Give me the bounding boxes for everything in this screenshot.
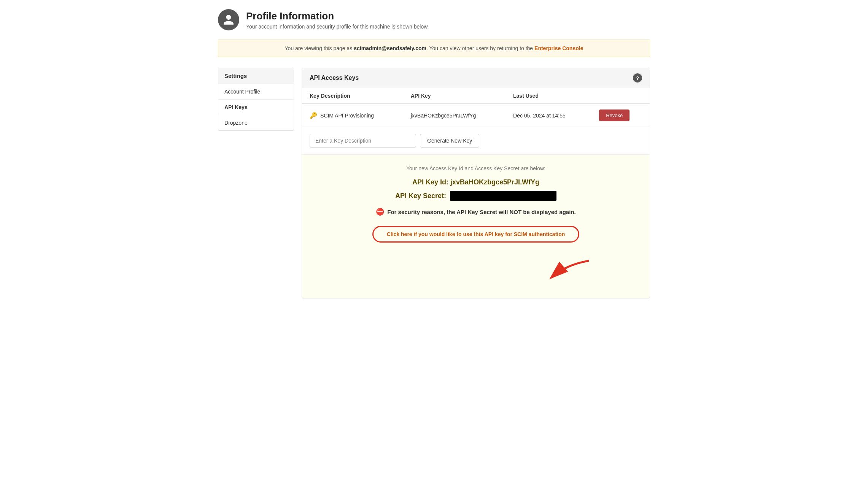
section-title: API Access Keys [310, 75, 359, 81]
sidebar-header: Settings [218, 68, 294, 84]
page-wrapper: Profile Information Your account informa… [206, 0, 662, 308]
key-id-label: API Key Id: [412, 178, 448, 186]
key-icon: 🔑 [310, 112, 317, 119]
notice-banner: You are viewing this page as scimadmin@s… [218, 40, 650, 57]
new-key-display-area: Your new Access Key Id and Access Key Se… [302, 155, 650, 298]
content-layout: Settings Account Profile API Keys Dropzo… [218, 68, 650, 298]
generate-new-key-button[interactable]: Generate New Key [420, 134, 479, 148]
col-header-apikey: API Key [403, 88, 506, 104]
warning-text: For security reasons, the API Key Secret… [387, 209, 575, 215]
sidebar-item-account-profile[interactable]: Account Profile [218, 84, 294, 100]
arrow-annotation-wrapper [317, 257, 634, 287]
key-secret-label: API Key Secret: [395, 192, 446, 200]
header-text: Profile Information Your account informa… [246, 10, 429, 30]
revoke-cell: Revoke [591, 104, 650, 127]
banner-prefix: You are viewing this page as [285, 45, 354, 51]
enterprise-console-link[interactable]: Enterprise Console [534, 45, 583, 51]
key-description-text: SCIM API Provisioning [320, 113, 374, 119]
profile-icon [218, 9, 239, 30]
banner-middle: . You can view other users by returning … [426, 45, 534, 51]
revoke-button[interactable]: Revoke [599, 109, 630, 121]
banner-email: scimadmin@sendsafely.com [354, 45, 426, 51]
new-key-secret-display: API Key Secret: [317, 191, 634, 201]
last-used-value: Dec 05, 2024 at 14:55 [506, 104, 591, 127]
api-keys-table: Key Description API Key Last Used 🔑 SCIM… [302, 88, 650, 127]
security-warning: ⛔ For security reasons, the API Key Secr… [317, 208, 634, 216]
key-description-cell: 🔑 SCIM API Provisioning [302, 104, 403, 127]
help-icon[interactable]: ? [633, 73, 642, 82]
section-header: API Access Keys ? [302, 68, 650, 88]
table-row: 🔑 SCIM API Provisioning jxvBaHOKzbgce5Pr… [302, 104, 650, 127]
new-key-intro-text: Your new Access Key Id and Access Key Se… [317, 165, 634, 171]
main-content: API Access Keys ? Key Description API Ke… [302, 68, 650, 298]
sidebar-item-api-keys[interactable]: API Keys [218, 100, 294, 115]
page-header: Profile Information Your account informa… [218, 9, 650, 30]
scim-link-container: Click here if you would like to use this… [376, 227, 576, 242]
page-title: Profile Information [246, 10, 429, 22]
col-header-description: Key Description [302, 88, 403, 104]
sidebar-item-dropzone[interactable]: Dropzone [218, 115, 294, 130]
key-id-value: jxvBaHOKzbgce5PrJLWfYg [450, 178, 539, 186]
sidebar: Settings Account Profile API Keys Dropzo… [218, 68, 294, 131]
api-key-value: jxvBaHOKzbgce5PrJLWfYg [403, 104, 506, 127]
new-key-id-display: API Key Id: jxvBaHOKzbgce5PrJLWfYg [317, 178, 634, 186]
page-subtitle: Your account information and security pr… [246, 24, 429, 30]
scim-auth-link[interactable]: Click here if you would like to use this… [376, 227, 576, 242]
key-description-input[interactable] [310, 134, 416, 148]
warning-icon: ⛔ [376, 208, 384, 216]
secret-redacted-value [450, 191, 556, 201]
col-header-action [591, 88, 650, 104]
generate-area: Generate New Key [302, 127, 650, 155]
col-header-lastused: Last Used [506, 88, 591, 104]
arrow-annotation-svg [490, 257, 604, 287]
